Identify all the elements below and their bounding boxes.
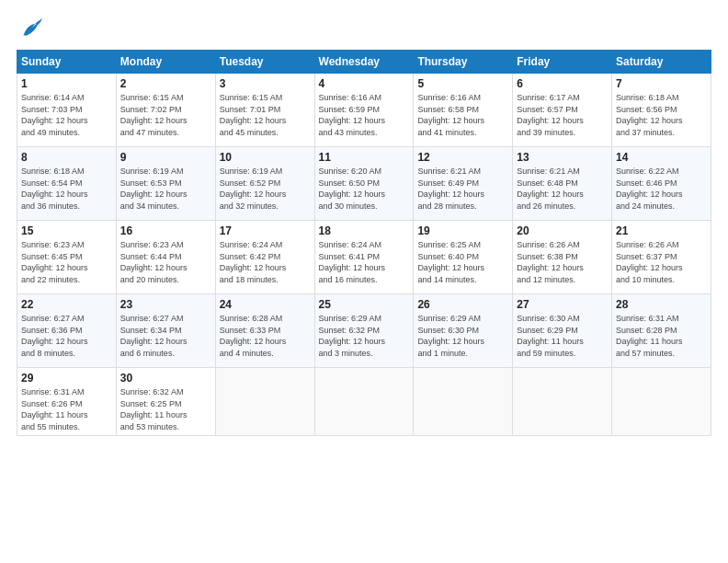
day-info: Sunrise: 6:16 AMSunset: 6:59 PMDaylight:… <box>319 92 410 138</box>
weekday-header-friday: Friday <box>513 51 612 74</box>
day-info: Sunrise: 6:29 AMSunset: 6:30 PMDaylight:… <box>417 313 508 359</box>
day-info: Sunrise: 6:24 AMSunset: 6:41 PMDaylight:… <box>319 239 410 285</box>
day-info: Sunrise: 6:18 AMSunset: 6:54 PMDaylight:… <box>21 166 112 212</box>
calendar-cell: 19Sunrise: 6:25 AMSunset: 6:40 PMDayligh… <box>414 221 513 294</box>
calendar-cell: 24Sunrise: 6:28 AMSunset: 6:33 PMDayligh… <box>215 294 314 368</box>
calendar-cell: 7Sunrise: 6:18 AMSunset: 6:56 PMDaylight… <box>612 74 711 147</box>
day-info: Sunrise: 6:27 AMSunset: 6:34 PMDaylight:… <box>120 313 211 359</box>
day-number: 18 <box>319 224 410 237</box>
day-info: Sunrise: 6:14 AMSunset: 7:03 PMDaylight:… <box>21 92 112 138</box>
day-number: 7 <box>616 77 707 90</box>
day-number: 27 <box>517 298 608 311</box>
calendar-cell: 15Sunrise: 6:23 AMSunset: 6:45 PMDayligh… <box>17 221 117 294</box>
day-info: Sunrise: 6:19 AMSunset: 6:53 PMDaylight:… <box>120 166 211 212</box>
day-info: Sunrise: 6:25 AMSunset: 6:40 PMDaylight:… <box>417 239 508 285</box>
day-info: Sunrise: 6:23 AMSunset: 6:45 PMDaylight:… <box>21 239 112 285</box>
calendar-cell: 17Sunrise: 6:24 AMSunset: 6:42 PMDayligh… <box>215 221 314 294</box>
day-info: Sunrise: 6:20 AMSunset: 6:50 PMDaylight:… <box>319 166 410 212</box>
calendar-cell <box>612 368 711 436</box>
day-number: 15 <box>21 224 112 237</box>
day-number: 24 <box>220 298 311 311</box>
calendar-week-row-2: 8Sunrise: 6:18 AMSunset: 6:54 PMDaylight… <box>17 147 711 221</box>
day-info: Sunrise: 6:31 AMSunset: 6:28 PMDaylight:… <box>616 313 707 359</box>
day-number: 17 <box>220 224 311 237</box>
calendar-cell: 28Sunrise: 6:31 AMSunset: 6:28 PMDayligh… <box>612 294 711 368</box>
day-number: 9 <box>120 151 211 164</box>
day-info: Sunrise: 6:26 AMSunset: 6:37 PMDaylight:… <box>616 239 707 285</box>
day-info: Sunrise: 6:30 AMSunset: 6:29 PMDaylight:… <box>517 313 608 359</box>
day-number: 3 <box>220 77 311 90</box>
calendar-cell: 13Sunrise: 6:21 AMSunset: 6:48 PMDayligh… <box>513 147 612 221</box>
day-number: 2 <box>120 77 211 90</box>
day-info: Sunrise: 6:28 AMSunset: 6:33 PMDaylight:… <box>220 313 311 359</box>
weekday-header-sunday: Sunday <box>17 51 117 74</box>
calendar-cell: 9Sunrise: 6:19 AMSunset: 6:53 PMDaylight… <box>116 147 215 221</box>
calendar-week-row-4: 22Sunrise: 6:27 AMSunset: 6:36 PMDayligh… <box>17 294 711 368</box>
calendar-cell: 27Sunrise: 6:30 AMSunset: 6:29 PMDayligh… <box>513 294 612 368</box>
day-number: 8 <box>21 151 112 164</box>
day-number: 13 <box>517 151 608 164</box>
calendar-cell: 21Sunrise: 6:26 AMSunset: 6:37 PMDayligh… <box>612 221 711 294</box>
day-info: Sunrise: 6:27 AMSunset: 6:36 PMDaylight:… <box>21 313 112 359</box>
calendar-cell <box>215 368 314 436</box>
day-number: 20 <box>517 224 608 237</box>
day-info: Sunrise: 6:15 AMSunset: 7:02 PMDaylight:… <box>120 92 211 138</box>
calendar-cell: 11Sunrise: 6:20 AMSunset: 6:50 PMDayligh… <box>314 147 414 221</box>
weekday-header-tuesday: Tuesday <box>215 51 314 74</box>
calendar-cell: 20Sunrise: 6:26 AMSunset: 6:38 PMDayligh… <box>513 221 612 294</box>
calendar-cell: 5Sunrise: 6:16 AMSunset: 6:58 PMDaylight… <box>414 74 513 147</box>
day-number: 19 <box>417 224 508 237</box>
day-info: Sunrise: 6:18 AMSunset: 6:56 PMDaylight:… <box>616 92 707 138</box>
calendar-cell: 16Sunrise: 6:23 AMSunset: 6:44 PMDayligh… <box>116 221 215 294</box>
calendar-week-row-3: 15Sunrise: 6:23 AMSunset: 6:45 PMDayligh… <box>17 221 711 294</box>
weekday-header-saturday: Saturday <box>612 51 711 74</box>
day-info: Sunrise: 6:21 AMSunset: 6:48 PMDaylight:… <box>517 166 608 212</box>
day-number: 6 <box>517 77 608 90</box>
day-info: Sunrise: 6:21 AMSunset: 6:49 PMDaylight:… <box>417 166 508 212</box>
calendar-cell: 22Sunrise: 6:27 AMSunset: 6:36 PMDayligh… <box>17 294 117 368</box>
day-number: 22 <box>21 298 112 311</box>
day-number: 1 <box>21 77 112 90</box>
weekday-header-thursday: Thursday <box>414 51 513 74</box>
calendar-table: SundayMondayTuesdayWednesdayThursdayFrid… <box>17 50 711 436</box>
day-number: 30 <box>120 372 211 385</box>
calendar-cell: 10Sunrise: 6:19 AMSunset: 6:52 PMDayligh… <box>215 147 314 221</box>
calendar-cell: 25Sunrise: 6:29 AMSunset: 6:32 PMDayligh… <box>314 294 414 368</box>
day-number: 25 <box>319 298 410 311</box>
calendar-cell: 1Sunrise: 6:14 AMSunset: 7:03 PMDaylight… <box>17 74 117 147</box>
day-number: 23 <box>120 298 211 311</box>
page: SundayMondayTuesdayWednesdayThursdayFrid… <box>0 0 728 445</box>
day-number: 12 <box>417 151 508 164</box>
calendar-cell: 12Sunrise: 6:21 AMSunset: 6:49 PMDayligh… <box>414 147 513 221</box>
day-number: 5 <box>417 77 508 90</box>
day-info: Sunrise: 6:29 AMSunset: 6:32 PMDaylight:… <box>319 313 410 359</box>
calendar-cell <box>513 368 612 436</box>
day-number: 14 <box>616 151 707 164</box>
day-number: 16 <box>120 224 211 237</box>
calendar-header-row: SundayMondayTuesdayWednesdayThursdayFrid… <box>17 51 711 74</box>
calendar-cell: 4Sunrise: 6:16 AMSunset: 6:59 PMDaylight… <box>314 74 414 147</box>
day-number: 21 <box>616 224 707 237</box>
day-info: Sunrise: 6:16 AMSunset: 6:58 PMDaylight:… <box>417 92 508 138</box>
day-info: Sunrise: 6:15 AMSunset: 7:01 PMDaylight:… <box>220 92 311 138</box>
calendar-cell: 8Sunrise: 6:18 AMSunset: 6:54 PMDaylight… <box>17 147 117 221</box>
calendar-cell: 2Sunrise: 6:15 AMSunset: 7:02 PMDaylight… <box>116 74 215 147</box>
weekday-header-monday: Monday <box>116 51 215 74</box>
calendar-cell: 29Sunrise: 6:31 AMSunset: 6:26 PMDayligh… <box>17 368 117 436</box>
calendar-cell: 26Sunrise: 6:29 AMSunset: 6:30 PMDayligh… <box>414 294 513 368</box>
calendar-week-row-1: 1Sunrise: 6:14 AMSunset: 7:03 PMDaylight… <box>17 74 711 147</box>
day-info: Sunrise: 6:32 AMSunset: 6:25 PMDaylight:… <box>120 386 211 432</box>
calendar-cell: 30Sunrise: 6:32 AMSunset: 6:25 PMDayligh… <box>116 368 215 436</box>
calendar-cell: 14Sunrise: 6:22 AMSunset: 6:46 PMDayligh… <box>612 147 711 221</box>
day-number: 28 <box>616 298 707 311</box>
logo <box>17 17 46 42</box>
logo-icon <box>17 17 42 42</box>
day-info: Sunrise: 6:23 AMSunset: 6:44 PMDaylight:… <box>120 239 211 285</box>
calendar-week-row-5: 29Sunrise: 6:31 AMSunset: 6:26 PMDayligh… <box>17 368 711 436</box>
day-info: Sunrise: 6:31 AMSunset: 6:26 PMDaylight:… <box>21 386 112 432</box>
calendar-cell <box>314 368 414 436</box>
weekday-header-wednesday: Wednesday <box>314 51 414 74</box>
day-number: 29 <box>21 372 112 385</box>
calendar-cell: 18Sunrise: 6:24 AMSunset: 6:41 PMDayligh… <box>314 221 414 294</box>
calendar-cell <box>414 368 513 436</box>
